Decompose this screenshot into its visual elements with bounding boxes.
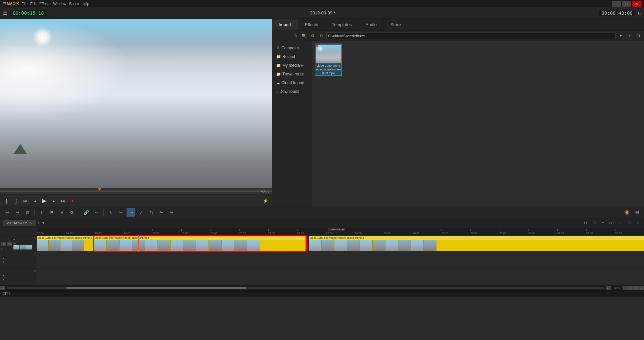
- tab-import[interactable]: Import: [272, 19, 298, 31]
- fit-button[interactable]: ⊞: [625, 219, 633, 227]
- close-button[interactable]: ✕: [632, 1, 641, 7]
- undo-button[interactable]: ↩: [3, 208, 11, 217]
- track-2-row[interactable]: [37, 252, 644, 269]
- minimize-button[interactable]: ─: [612, 1, 621, 7]
- tab-store[interactable]: Store: [384, 19, 408, 31]
- stretch-button[interactable]: ⇆: [147, 208, 155, 217]
- menu-edit[interactable]: Edit: [30, 2, 37, 6]
- dropdown-button[interactable]: ▾: [41, 221, 46, 225]
- step-back-button[interactable]: ◂: [31, 197, 39, 205]
- track-1-row[interactable]: video-1280-seo-vegas-videofx-speed-int.m…: [37, 235, 644, 252]
- play-button[interactable]: ▶: [40, 197, 48, 205]
- flash-button[interactable]: ⚡: [261, 197, 269, 205]
- scroll-thumb[interactable]: [66, 287, 246, 289]
- settings-button[interactable]: ⚙: [309, 32, 316, 40]
- tab-audio[interactable]: Audio: [359, 19, 384, 31]
- sidebar-item-roland[interactable]: 📁 Roland: [272, 52, 312, 61]
- ripple-button[interactable]: ↔: [92, 208, 101, 217]
- maximize-button[interactable]: □: [622, 1, 631, 7]
- tab-close-button[interactable]: ✕: [29, 221, 32, 225]
- blade-button[interactable]: ✁: [157, 208, 166, 217]
- file-item-video[interactable]: video-1280-seo-vegas-videofx-speed-int.m…: [315, 44, 342, 76]
- scroll-right-button[interactable]: ▸: [606, 286, 611, 290]
- track1-s-button[interactable]: S: [1, 242, 6, 246]
- search-button[interactable]: 🔍: [300, 32, 308, 40]
- track-list-view[interactable]: ≡: [599, 219, 606, 227]
- timecode-left[interactable]: 00:00:15:18: [10, 10, 47, 16]
- scroll-left-button[interactable]: ◂: [0, 286, 5, 290]
- ruler-ticks[interactable]: 00:00:43:00 13:0014:0015:0016:0017:0018:…: [37, 228, 644, 235]
- path-dropdown-button[interactable]: ▾: [617, 32, 625, 40]
- menu-share[interactable]: Share: [69, 2, 79, 6]
- view-toggle-button[interactable]: ⊟: [635, 32, 642, 40]
- sidebar-item-travel-route[interactable]: 📁 Travel route: [272, 70, 312, 78]
- redo-button[interactable]: ↪: [13, 208, 21, 217]
- clip-left[interactable]: video-1280-seo-vegas-videofx-speed-int.m…: [37, 236, 94, 251]
- tab-templates[interactable]: Templates: [325, 19, 359, 31]
- track3-expand[interactable]: +: [3, 274, 4, 277]
- mute-button[interactable]: 🔇: [623, 208, 631, 217]
- nudge-button[interactable]: ⇥: [167, 208, 176, 217]
- sidebar-item-downloads[interactable]: ↓ Downloads: [272, 87, 312, 96]
- timecode-right[interactable]: 00:00:43:00: [599, 10, 635, 16]
- mark-in-button[interactable]: [: [3, 197, 11, 205]
- zoom-out-button[interactable]: 50%: [608, 219, 615, 227]
- delete-button[interactable]: 🗑: [23, 208, 32, 217]
- view-options-button[interactable]: ⊞: [633, 208, 641, 217]
- select-button[interactable]: ↖: [106, 208, 115, 217]
- loop-button[interactable]: ⟳: [67, 208, 76, 217]
- snap-button[interactable]: 🔗: [82, 208, 91, 217]
- track-compact-view[interactable]: ⊟: [590, 219, 598, 227]
- track1-close[interactable]: ✕: [34, 236, 36, 239]
- track1-arrows[interactable]: +: [1, 247, 3, 251]
- list-button[interactable]: ≡: [57, 208, 66, 217]
- nav-back-button[interactable]: ←: [274, 32, 281, 40]
- timeline-scrollbar[interactable]: ◂ ▸ 50% - + ⊞ ⤢: [0, 286, 644, 290]
- nav-up-button[interactable]: ⊞: [291, 32, 299, 40]
- sidebar-item-my-media[interactable]: 📁 My media ▶: [272, 61, 312, 70]
- sidebar-item-computer[interactable]: 🖥 Computer: [272, 44, 312, 52]
- scrub-handle[interactable]: [98, 188, 101, 194]
- cut-select-button[interactable]: ✂: [117, 208, 125, 217]
- path-input[interactable]: [326, 33, 616, 39]
- hamburger-menu[interactable]: ☰: [3, 10, 7, 16]
- clip-main-selected[interactable]: video-1280-seo-vegas-videofx-speed-int.m…: [94, 236, 306, 251]
- fullscreen-button[interactable]: ⊡: [638, 11, 641, 15]
- add-tab-button[interactable]: +: [36, 221, 41, 225]
- scrub-bar[interactable]: 43:00: [0, 188, 272, 194]
- timeline-project-tab[interactable]: 2019-09-09* ✕: [3, 220, 36, 226]
- slip-button[interactable]: ⤢: [137, 208, 145, 217]
- sidebar-item-cloud-import[interactable]: ☁ Cloud Import: [272, 78, 312, 87]
- video-preview[interactable]: [0, 19, 272, 188]
- chapter-button[interactable]: ⚑: [47, 208, 56, 217]
- zoom-in-scroll[interactable]: +: [628, 286, 633, 290]
- track2-expand[interactable]: +: [3, 257, 4, 260]
- full-screen-timeline[interactable]: ⤢: [634, 219, 641, 227]
- scroll-track[interactable]: [7, 287, 604, 289]
- track1-m-button[interactable]: M: [7, 242, 12, 246]
- zoom-out-scroll[interactable]: -: [623, 286, 628, 290]
- text-button[interactable]: T: [37, 208, 46, 217]
- zoom-in-button[interactable]: +: [616, 219, 624, 227]
- menu-window[interactable]: Window: [53, 2, 66, 6]
- step-forward-button[interactable]: ▸: [50, 197, 58, 205]
- track-3-row[interactable]: [37, 269, 644, 286]
- tab-effects[interactable]: Effects: [298, 19, 325, 31]
- clip-right[interactable]: video-1280-seo-vegas-videofx-speed-int.m…: [309, 236, 644, 251]
- track3-close[interactable]: ✕: [34, 270, 36, 273]
- track-normal-view[interactable]: ⊡: [582, 219, 589, 227]
- menu-file[interactable]: File: [21, 2, 28, 6]
- refresh-button[interactable]: ↻: [318, 32, 325, 40]
- nav-forward-button[interactable]: →: [283, 32, 290, 40]
- track2-close[interactable]: ✕: [34, 253, 36, 256]
- go-start-button[interactable]: ⏮: [21, 197, 30, 205]
- record-button[interactable]: ●: [68, 197, 77, 205]
- menu-effects[interactable]: Effects: [39, 2, 50, 6]
- track1-minus[interactable]: +: [13, 238, 35, 241]
- menu-help[interactable]: Help: [82, 2, 89, 6]
- fit-scroll[interactable]: ⊞: [633, 286, 639, 290]
- go-end-button[interactable]: ⏭: [59, 197, 67, 205]
- expand-scroll[interactable]: ⤢: [639, 286, 644, 290]
- mark-out-button[interactable]: ]: [12, 197, 20, 205]
- move-button[interactable]: ⇒: [127, 208, 135, 217]
